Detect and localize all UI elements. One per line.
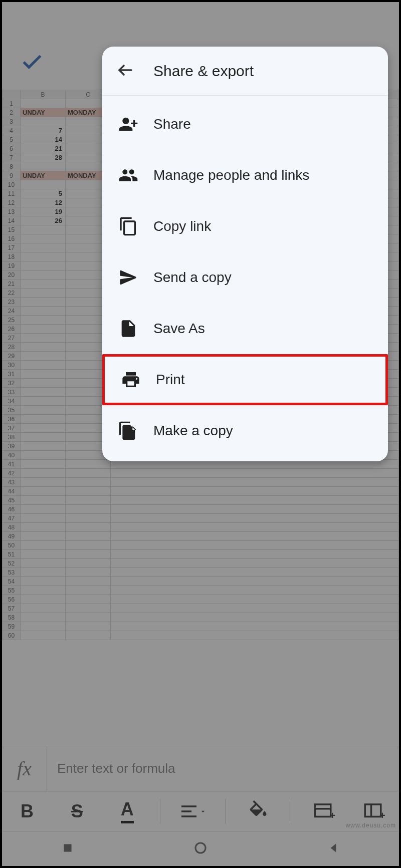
back-arrow-icon[interactable] bbox=[116, 61, 134, 81]
menu-item-sendcopy[interactable]: Send a copy bbox=[102, 252, 388, 303]
menu-title: Share & export bbox=[153, 63, 254, 80]
people-icon bbox=[114, 165, 142, 185]
menu-item-share[interactable]: Share bbox=[102, 99, 388, 150]
menu-item-label: Save As bbox=[153, 321, 205, 337]
file-copy-icon bbox=[114, 421, 142, 441]
send-icon bbox=[114, 267, 142, 287]
menu-item-label: Send a copy bbox=[153, 269, 232, 285]
menu-item-saveas[interactable]: Save As bbox=[102, 303, 388, 354]
menu-item-label: Copy link bbox=[153, 218, 211, 234]
menu-header: Share & export bbox=[102, 47, 388, 96]
file-icon bbox=[114, 319, 142, 339]
menu-item-print[interactable]: Print bbox=[102, 354, 388, 405]
copy-icon bbox=[114, 216, 142, 236]
share-export-menu: Share & export ShareManage people and li… bbox=[102, 47, 388, 461]
menu-items-list: ShareManage people and linksCopy linkSen… bbox=[102, 96, 388, 461]
person-add-icon bbox=[114, 114, 142, 134]
menu-item-label: Make a copy bbox=[153, 423, 233, 439]
menu-item-makecopy[interactable]: Make a copy bbox=[102, 405, 388, 456]
menu-item-label: Print bbox=[156, 372, 185, 388]
print-icon bbox=[117, 370, 145, 390]
menu-item-label: Share bbox=[153, 116, 191, 132]
menu-item-manage[interactable]: Manage people and links bbox=[102, 150, 388, 201]
menu-item-copylink[interactable]: Copy link bbox=[102, 201, 388, 252]
menu-item-label: Manage people and links bbox=[153, 167, 309, 183]
